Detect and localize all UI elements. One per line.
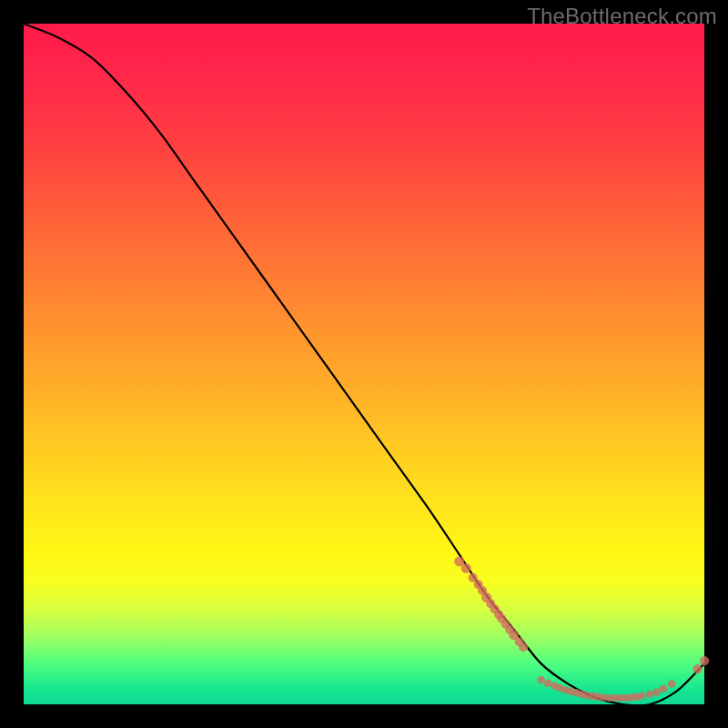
chart-dot [537, 676, 544, 683]
watermark-text: TheBottleneck.com [527, 4, 717, 29]
chart-dots-group [454, 556, 709, 702]
chart-dot [660, 685, 667, 693]
chart-svg [24, 24, 704, 704]
chart-dot [519, 642, 528, 652]
chart-dot [693, 664, 702, 673]
chart-curve [24, 24, 704, 705]
chart-dot [544, 680, 551, 687]
chart-dot [668, 680, 675, 687]
chart-dot [646, 691, 653, 698]
chart-plot-area [24, 24, 704, 704]
chart-dot [652, 688, 660, 695]
chart-dot [638, 692, 645, 699]
chart-dot [700, 656, 709, 665]
chart-dot [461, 563, 471, 573]
chart-frame: TheBottleneck.com [0, 0, 728, 728]
